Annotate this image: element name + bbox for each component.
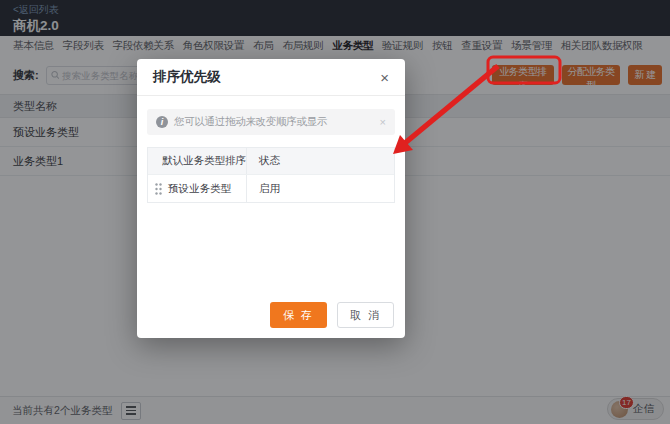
banner-close-icon[interactable]: × — [380, 116, 386, 128]
info-icon: i — [156, 116, 168, 128]
sort-row-status: 启用 — [246, 175, 394, 202]
status-column-header: 状态 — [246, 148, 394, 174]
app-window: <返回列表 商机2.0 基本信息 字段列表 字段依赖关系 角色权限设置 布局 布… — [0, 0, 670, 424]
sort-table-row[interactable]: 预设业务类型 启用 — [148, 174, 394, 202]
dialog-title: 排序优先级 — [153, 68, 380, 86]
sort-column-header: 默认业务类型排序 — [148, 154, 246, 168]
drag-hint-text: 您可以通过拖动来改变顺序或显示 — [174, 115, 374, 129]
save-button[interactable]: 保 存 — [270, 302, 327, 328]
sort-priority-dialog: 排序优先级 × i 您可以通过拖动来改变顺序或显示 × 默认业务类型排序 状态 — [137, 59, 405, 338]
dialog-header: 排序优先级 × — [137, 59, 405, 96]
sort-row-name: 预设业务类型 — [168, 182, 231, 196]
drag-hint-banner: i 您可以通过拖动来改变顺序或显示 × — [147, 109, 395, 135]
drag-handle-icon[interactable] — [155, 183, 162, 195]
dialog-footer: 保 存 取 消 — [137, 292, 405, 338]
dialog-body: i 您可以通过拖动来改变顺序或显示 × 默认业务类型排序 状态 — [137, 96, 405, 292]
close-icon[interactable]: × — [380, 70, 389, 85]
sort-table: 默认业务类型排序 状态 预设业务类型 启用 — [147, 147, 395, 203]
cancel-button[interactable]: 取 消 — [337, 302, 394, 328]
sort-table-header: 默认业务类型排序 状态 — [148, 148, 394, 174]
